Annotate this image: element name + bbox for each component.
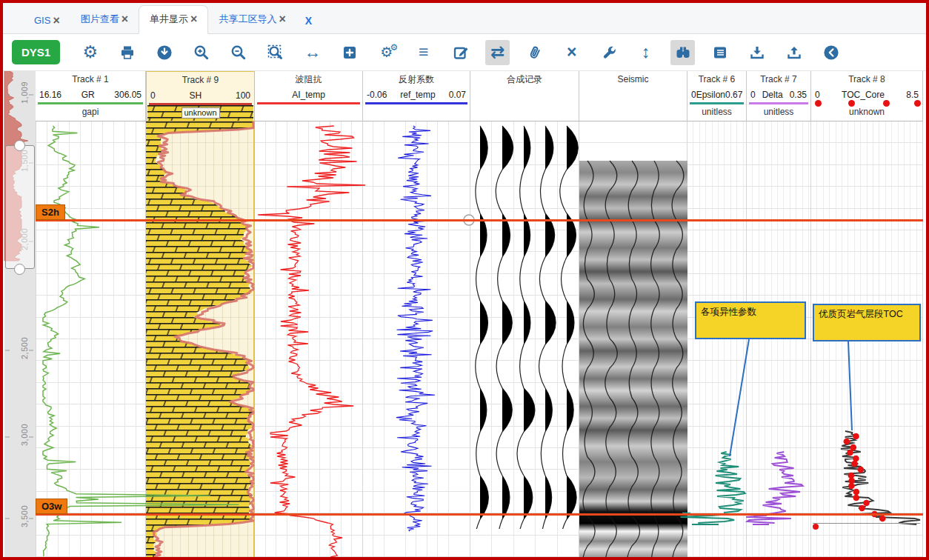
tab-label: 图片查看: [81, 13, 119, 26]
track-header-t9[interactable]: Track # 9 0SH100 unknown: [146, 71, 255, 121]
tab-label: 单井显示: [150, 13, 188, 26]
unit-label: unitless: [747, 104, 810, 119]
download-circle-icon[interactable]: [152, 40, 176, 65]
annotation-anisotropy[interactable]: 各项异性参数: [695, 301, 806, 339]
curve-name: TOC_Core: [820, 90, 907, 100]
track-header-seismic[interactable]: Seismic: [579, 71, 687, 121]
back-icon[interactable]: [819, 40, 843, 65]
depth-label: 3,000: [20, 421, 29, 448]
track-body-synthetic[interactable]: [470, 121, 579, 557]
unit-label: unitless: [687, 104, 746, 119]
scale-min: 0: [150, 90, 156, 101]
track-header-t7[interactable]: Track # 7 0Delta0.35 unitless: [747, 71, 811, 121]
slider-top-handle[interactable]: [14, 140, 25, 151]
tab-close-icon[interactable]: ×: [190, 15, 197, 24]
track-header-row: Track # 1 16.16GR306.05 gapi Track # 9 0…: [3, 71, 926, 121]
swap-tracks-icon[interactable]: ⇄: [485, 40, 510, 65]
depth-label: 1,009: [20, 79, 29, 106]
zoom-out-icon[interactable]: [226, 40, 250, 65]
track-body-ref[interactable]: [363, 121, 470, 557]
tab-close-icon[interactable]: ×: [53, 16, 59, 25]
lithology-legend: unknown: [147, 105, 253, 121]
horizon-badge-s2h[interactable]: S2h: [36, 204, 65, 220]
toolbar: DYS1 ⚙ ↔ ⚙⚙ ≡ ⇄ × ↕: [3, 34, 926, 71]
attach-icon[interactable]: [522, 40, 547, 65]
track-header-t1[interactable]: Track # 1 16.16GR306.05 gapi: [36, 71, 146, 121]
scale-max: 100: [236, 90, 250, 101]
track-body-epsilon[interactable]: [687, 121, 747, 557]
close-icon[interactable]: ×: [559, 40, 584, 65]
annotation-toc[interactable]: 优质页岩气层段TOC: [813, 304, 921, 341]
curve-name: ref_temp: [387, 90, 448, 100]
tab-image-viewer[interactable]: 图片查看 ×: [70, 6, 139, 33]
settings-icon[interactable]: ⚙: [78, 40, 102, 65]
app-window: GIS × 图片查看 × 单井显示 × 共享工区导入 × X DYS1 ⚙ ↔ …: [0, 0, 929, 560]
unit-label: unknown: [811, 104, 922, 119]
fit-height-icon[interactable]: ↕: [633, 40, 658, 65]
tab-close-icon[interactable]: ×: [121, 15, 128, 24]
scale-max: 8.5: [906, 90, 919, 100]
add-track-icon[interactable]: [337, 40, 362, 65]
tab-label: 共享工区导入: [219, 13, 276, 26]
track-header-t8[interactable]: Track # 8 0TOC_Core8.5 unknown: [811, 71, 923, 121]
list-icon[interactable]: [707, 40, 732, 65]
scale-min: -0.06: [367, 90, 387, 100]
zoom-region-icon[interactable]: [263, 40, 287, 65]
curve-marker-style: [813, 102, 921, 104]
tab-bar: GIS × 图片查看 × 单井显示 × 共享工区导入 × X: [3, 3, 926, 34]
track-header-synthetic[interactable]: 合成记录: [470, 71, 579, 121]
zoom-in-icon[interactable]: [189, 40, 213, 65]
fit-width-icon[interactable]: ↔: [300, 40, 324, 65]
tab-close-icon[interactable]: ×: [279, 15, 285, 24]
tab-label: GIS: [34, 15, 50, 26]
well-selector-button[interactable]: DYS1: [12, 40, 60, 64]
curve-name: SH: [156, 90, 236, 101]
track-body-delta[interactable]: [747, 121, 811, 557]
tools-icon[interactable]: [596, 40, 621, 65]
import-icon[interactable]: [745, 40, 769, 65]
curve-name: GR: [61, 90, 114, 100]
tab-single-well-display[interactable]: 单井显示 ×: [139, 5, 208, 34]
scale-max: 0.07: [449, 90, 466, 100]
search-binoculars-icon[interactable]: [670, 40, 695, 65]
menu-icon[interactable]: ≡: [411, 40, 436, 65]
scale-min: 0: [815, 90, 820, 100]
advanced-settings-icon[interactable]: ⚙⚙: [374, 40, 399, 65]
tab-shared-workspace-import[interactable]: 共享工区导入 ×: [208, 6, 296, 33]
horizon-line-o3w[interactable]: [36, 513, 923, 516]
track-body-sh[interactable]: [146, 121, 255, 557]
depth-range-slider[interactable]: [5, 145, 35, 269]
print-icon[interactable]: [115, 40, 139, 65]
slider-bottom-handle[interactable]: [14, 264, 25, 275]
track-header-ai[interactable]: 波阻抗 AI_temp: [255, 71, 363, 121]
track-header-t6[interactable]: Track # 6 0Epsilon0.67 unitless: [687, 71, 747, 121]
curve-name: AI_temp: [259, 90, 359, 100]
depth-label: 2,500: [20, 335, 29, 361]
export-icon[interactable]: [782, 40, 806, 65]
horizon-badge-o3w[interactable]: O3w: [36, 499, 67, 514]
tab-gis[interactable]: GIS ×: [24, 8, 70, 33]
curve-name: Delta: [756, 90, 790, 100]
curve-name: Epsilon: [696, 90, 725, 100]
horizon-line-s2h[interactable]: [36, 219, 923, 221]
scale-max: 0.35: [790, 90, 807, 100]
scale-min: 16.16: [39, 90, 61, 100]
scale-min: 0: [691, 90, 696, 100]
edit-icon[interactable]: [448, 40, 473, 65]
track-body-gr[interactable]: [36, 121, 146, 557]
depth-label: 3,500: [20, 503, 29, 530]
track-header-ref[interactable]: 反射系数 -0.06ref_temp0.07: [363, 71, 470, 121]
scale-max: 306.05: [114, 90, 141, 100]
scale-min: 0: [750, 90, 756, 100]
scale-max: 0.67: [725, 90, 742, 100]
unit-label: unknown: [181, 107, 219, 119]
track-body-seismic[interactable]: [579, 121, 687, 557]
unit-label: gapi: [36, 104, 145, 119]
tab-overflow-x[interactable]: X: [296, 8, 321, 33]
track-body-ai[interactable]: [255, 121, 363, 557]
content-area: GIS × 图片查看 × 单井显示 × 共享工区导入 × X DYS1 ⚙ ↔ …: [3, 3, 926, 557]
